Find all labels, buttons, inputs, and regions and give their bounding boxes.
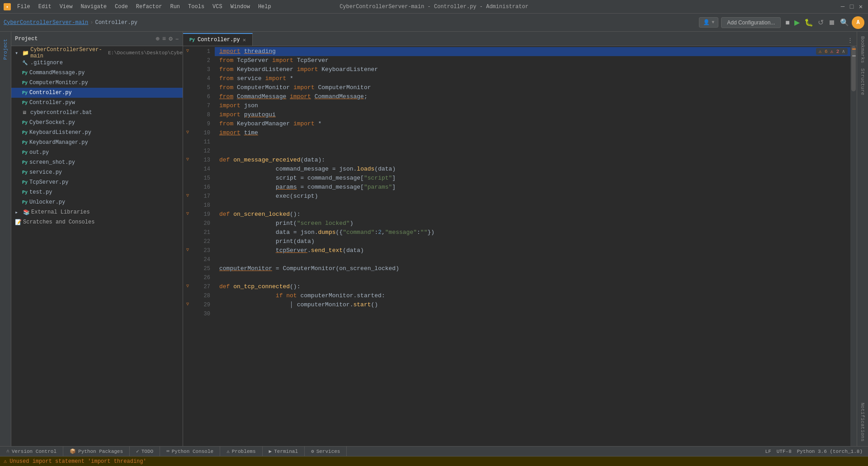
gutter-fold-19[interactable]: ▽ bbox=[183, 209, 192, 218]
editor-scrollbar[interactable] bbox=[850, 46, 857, 446]
gutter-line-16 bbox=[183, 182, 192, 191]
status-tab-terminal[interactable]: ▶ Terminal bbox=[263, 447, 305, 456]
status-tab-version-control[interactable]: ⑃ Version Control bbox=[0, 447, 63, 456]
tree-root[interactable]: ▾ 📁 CyberControllerServer-main E:\Docume… bbox=[11, 48, 183, 58]
menu-refactor[interactable]: Refactor bbox=[132, 3, 166, 11]
tree-item-computermonitor[interactable]: Py ComputerMonitor.py bbox=[11, 78, 183, 88]
sort-icon[interactable]: ≡ bbox=[162, 35, 166, 43]
tab-py-icon: Py bbox=[189, 38, 195, 43]
code-line-29: │ computerMonitor.start() bbox=[215, 300, 850, 309]
gutter-fold-10[interactable]: ▽ bbox=[183, 128, 192, 137]
project-panel: Project ⊕ ≡ ⚙ – ▾ 📁 CyberControllerServe… bbox=[11, 32, 183, 446]
breadcrumb-project[interactable]: CyberControllerServer-main bbox=[4, 19, 88, 26]
tree-item-keyboardmanager[interactable]: Py KeyboardManager.py bbox=[11, 138, 183, 147]
menu-vcs[interactable]: VCS bbox=[209, 3, 226, 11]
editor-warnings-badge[interactable]: ⚠ 6 ⚠ 2 ∧ bbox=[816, 48, 848, 55]
tab-close-button[interactable]: ✕ bbox=[243, 37, 246, 43]
tree-item-external-libraries[interactable]: ▸ 📚 External Libraries bbox=[11, 207, 183, 217]
close-button[interactable]: ✕ bbox=[857, 3, 864, 10]
tree-item-cyberbat[interactable]: 🖥 cybercontroller.bat bbox=[11, 108, 183, 118]
settings-icon[interactable]: ⚙ bbox=[169, 35, 172, 43]
menu-file[interactable]: File bbox=[14, 3, 34, 11]
code-line-25: computerMonitor = ComputerMonitor(on_scr… bbox=[215, 264, 850, 273]
stop-button[interactable]: ■ bbox=[783, 17, 792, 28]
tree-item-service[interactable]: Py service.py bbox=[11, 167, 183, 177]
tree-item-commandmessage[interactable]: Py CommandMessage.py bbox=[11, 68, 183, 78]
gutter-fold-27[interactable]: ▽ bbox=[183, 281, 192, 290]
menu-edit[interactable]: Edit bbox=[35, 3, 55, 11]
tree-item-test[interactable]: Py test.py bbox=[11, 187, 183, 197]
tree-item-out[interactable]: Py out.py bbox=[11, 147, 183, 157]
project-sidebar-tab[interactable]: Project bbox=[2, 36, 9, 62]
code-line-6: from CommandMessage import CommandMessag… bbox=[215, 92, 850, 101]
external-libs-icon: 📚 bbox=[23, 209, 29, 216]
menu-window[interactable]: Window bbox=[227, 3, 254, 11]
menu-view[interactable]: View bbox=[56, 3, 76, 11]
code-line-26 bbox=[215, 273, 850, 282]
tree-item-gitignore[interactable]: 🔧 .gitignore bbox=[11, 58, 183, 68]
stop2-button[interactable]: ⏹ bbox=[826, 17, 837, 28]
gutter-line-15 bbox=[183, 173, 192, 182]
warning-marker-2 bbox=[852, 55, 856, 57]
menu-navigate[interactable]: Navigate bbox=[77, 3, 110, 11]
maximize-button[interactable]: □ bbox=[848, 3, 855, 10]
root-name: CyberControllerServer-main bbox=[30, 47, 104, 59]
code-line-18 bbox=[215, 201, 850, 210]
todo-icon: ✓ bbox=[136, 448, 139, 454]
gutter-fold-23[interactable]: ▽ bbox=[183, 245, 192, 254]
user-avatar[interactable]: A bbox=[852, 16, 864, 29]
breadcrumb-file[interactable]: Controller.py bbox=[95, 19, 137, 26]
gutter-line-14 bbox=[183, 164, 192, 173]
scratches-icon: 📝 bbox=[15, 219, 21, 226]
tab-label: Controller.py bbox=[198, 37, 240, 43]
gutter-fold-13[interactable]: ▽ bbox=[183, 155, 192, 164]
search-button[interactable]: 🔍 bbox=[840, 18, 849, 27]
code-content[interactable]: import threading from TcpServer import T… bbox=[215, 46, 850, 446]
run-button[interactable]: ▶ bbox=[793, 17, 802, 28]
editor-tab-controller[interactable]: Py Controller.py ✕ bbox=[183, 33, 253, 46]
status-tab-services[interactable]: ⚙ Services bbox=[305, 447, 347, 456]
tree-item-controller[interactable]: Py Controller.py bbox=[11, 88, 183, 98]
menu-code[interactable]: Code bbox=[111, 3, 132, 11]
tree-item-cybersocket[interactable]: Py CyberSocket.py bbox=[11, 118, 183, 128]
tree-item-scratches[interactable]: 📝 Scratches and Consoles bbox=[11, 217, 183, 227]
sync-icon[interactable]: ⊕ bbox=[156, 35, 159, 43]
tree-item-controllerpyw[interactable]: Py Controller.pyw bbox=[11, 98, 183, 108]
debug-button[interactable]: 🐛 bbox=[802, 17, 815, 28]
editor-more-button[interactable]: ⋮ bbox=[844, 35, 857, 46]
py-icon: Py bbox=[22, 130, 28, 135]
notifications-tab[interactable]: Notifications bbox=[860, 403, 865, 442]
gutter-fold-17[interactable]: ▽ bbox=[183, 191, 192, 200]
gutter-line-22 bbox=[183, 236, 192, 245]
status-tab-python-packages[interactable]: 📦 Python Packages bbox=[63, 447, 130, 456]
code-line-9: from KeyboardManager import * bbox=[215, 119, 850, 128]
menu-help[interactable]: Help bbox=[255, 3, 275, 11]
root-path: E:\Documents\Desktop\Cybe bbox=[108, 50, 183, 56]
run-controls: ■ ▶ 🐛 ↺ ⏹ bbox=[783, 17, 837, 28]
structure-tab[interactable]: Structure bbox=[860, 68, 865, 95]
scroll-thumb[interactable] bbox=[851, 46, 856, 91]
status-tab-problems[interactable]: ⚠ Problems bbox=[220, 447, 262, 456]
add-configuration-button[interactable]: Add Configuration... bbox=[721, 17, 781, 28]
gutter-fold-29[interactable]: ▽ bbox=[183, 300, 192, 309]
code-line-27: def on_tcp_connected(): bbox=[215, 282, 850, 291]
tree-item-keyboardlistener[interactable]: Py KeyboardListener.py bbox=[11, 128, 183, 138]
menu-run[interactable]: Run bbox=[166, 3, 184, 11]
tree-item-screenshot[interactable]: Py screen_shot.py bbox=[11, 157, 183, 167]
right-side-tabs: Bookmarks Structure Notifications bbox=[857, 32, 868, 446]
gutter-line-6 bbox=[183, 91, 192, 100]
collapse-icon[interactable]: – bbox=[175, 35, 179, 43]
tree-item-tcpserver[interactable]: Py TcpServer.py bbox=[11, 177, 183, 187]
rerun-button[interactable]: ↺ bbox=[816, 17, 826, 28]
gutter-line-9 bbox=[183, 119, 192, 128]
status-tab-python-console[interactable]: ⌨ Python Console bbox=[160, 447, 220, 456]
gutter-line-4 bbox=[183, 73, 192, 82]
project-header: Project ⊕ ≡ ⚙ – bbox=[11, 32, 183, 46]
tree-item-unlocker[interactable]: Py Unlocker.py bbox=[11, 197, 183, 207]
minimize-button[interactable]: ─ bbox=[839, 3, 846, 10]
left-sidebar-tabs: Project bbox=[0, 32, 11, 446]
gutter-fold-1[interactable]: ▽ bbox=[183, 46, 192, 55]
status-tab-todo[interactable]: ✓ TODO bbox=[130, 447, 160, 456]
bookmarks-tab[interactable]: Bookmarks bbox=[860, 36, 865, 63]
menu-tools[interactable]: Tools bbox=[184, 3, 208, 11]
